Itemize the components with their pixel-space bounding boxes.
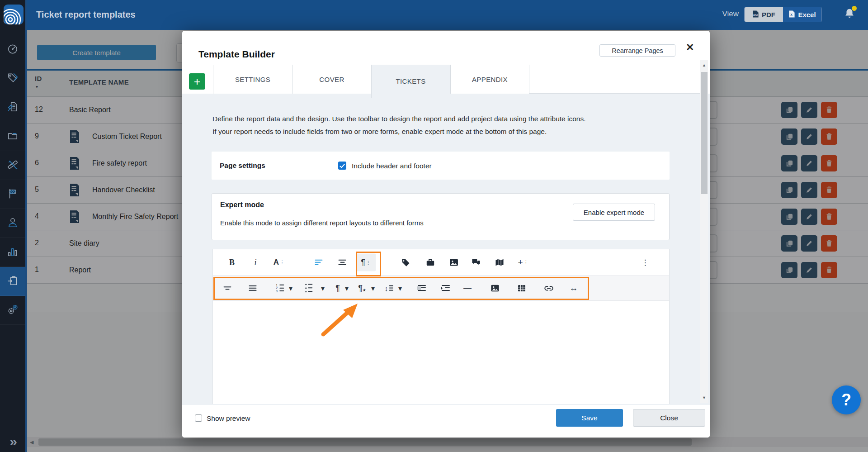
tag-attribute-button[interactable] [401,258,410,266]
close-icon[interactable]: ✕ [686,42,694,53]
sidebar-item-report-builder[interactable] [0,93,25,122]
sidebar-item-ticket-reports[interactable] [0,267,25,296]
document-hammer-icon [7,101,19,114]
ruler-pencil-icon [7,159,19,172]
bar-chart-icon [7,246,19,259]
show-preview-label: Show preview [207,414,250,423]
sidebar-item-users[interactable] [0,209,25,238]
view-excel-button[interactable]: x Excel [783,7,821,22]
page-title: Ticket report templates [36,10,136,20]
tab-appendix[interactable]: APPENDIX [450,65,529,94]
sidebar-item-settings[interactable] [0,296,25,325]
sidebar-item-measurements[interactable] [0,151,25,180]
indent-button[interactable] [442,285,450,291]
sidebar-item-dashboard[interactable] [0,35,25,64]
app-window: » Ticket report templates View PDF PDF x… [0,0,868,452]
svg-text:PDF: PDF [753,14,758,16]
more-options-button[interactable]: ⋮ [642,257,649,267]
close-button[interactable]: Close [633,409,705,427]
gauge-icon [7,43,19,57]
outdent-button[interactable] [418,285,426,291]
paragraph-more-button[interactable]: ¶⋮ [356,253,376,271]
horizontal-line-button[interactable]: — [463,283,472,293]
include-header-footer-label: Include header and footer [352,162,432,170]
modal-tab-bar: SETTINGS COVER TICKETS APPENDIX [213,65,700,94]
ordered-list-caret-icon[interactable]: ▾ [289,284,292,292]
svg-text:x: x [791,12,793,17]
include-header-footer-checkbox[interactable] [338,162,346,170]
view-pdf-button[interactable]: PDF PDF [745,7,783,22]
expert-mode-card: Expert mode Enable this mode to assign d… [212,193,670,240]
expert-mode-title: Expert mode [220,201,264,209]
page-settings-title: Page settings [220,162,265,170]
view-toggle-group: PDF PDF x Excel [744,7,822,22]
paragraph-format-caret-icon[interactable]: ▾ [345,284,349,292]
app-logo[interactable] [4,5,24,24]
tab-tickets[interactable]: TICKETS [371,65,450,98]
justify-button[interactable] [249,285,257,291]
tag-icon [7,72,19,86]
top-header-bar: Ticket report templates View PDF PDF x E… [27,0,868,30]
align-left-button[interactable] [315,259,323,265]
sidebar-item-locations[interactable] [0,180,25,209]
comment-attribute-button[interactable] [472,258,481,266]
full-width-button[interactable]: ↔ [570,283,578,293]
rich-text-editor: B i A⋮ ¶⋮ [212,249,670,404]
help-button[interactable]: ? [832,385,861,414]
insert-more-button[interactable]: +⋮ [518,257,528,267]
enable-expert-mode-button[interactable]: Enable expert mode [573,204,655,221]
notification-badge [852,6,857,11]
project-attribute-button[interactable] [426,258,435,266]
pdf-file-icon: PDF [752,10,759,19]
rearrange-pages-button[interactable]: Rearrange Pages [599,44,675,57]
modal-scrollbar-thumb[interactable] [701,72,708,194]
sidebar-item-tags[interactable] [0,64,25,93]
intro-text: Define the report data and the design. U… [212,113,586,138]
modal-body: Define the report data and the design. U… [182,94,710,405]
insert-table-button[interactable] [518,285,526,292]
sidebar-item-documents[interactable] [0,122,25,151]
intro-line-1: Define the report data and the design. U… [212,113,586,125]
map-attribute-button[interactable] [495,258,504,266]
page-settings-card: Page settings Include header and footer [212,152,670,180]
sidebar-item-statistics[interactable] [0,238,25,267]
image-attribute-button[interactable] [449,258,458,266]
expert-mode-description: Enable this mode to assign different rep… [220,219,424,227]
show-preview-checkbox[interactable] [195,414,202,422]
user-icon [7,217,19,230]
align-top-button[interactable] [224,286,231,290]
folder-icon [7,130,19,143]
tab-settings[interactable]: SETTINGS [213,65,292,94]
text-style-button[interactable]: A⋮ [274,258,284,267]
unordered-list-caret-icon[interactable]: ▾ [321,284,325,292]
ordered-list-button[interactable]: 123 [276,284,284,292]
line-height-caret-icon[interactable]: ▾ [398,284,402,292]
save-button[interactable]: Save [556,409,623,427]
excel-label: Excel [798,11,816,19]
align-center-button[interactable] [339,259,346,265]
view-label: View [722,10,739,19]
scroll-down-arrow-icon[interactable]: ▼ [700,395,708,400]
paragraph-format-button[interactable]: ¶ [335,283,340,293]
notifications-bell-icon[interactable] [844,8,855,21]
paragraph-style-caret-icon[interactable]: ▾ [371,284,375,292]
add-tab-button[interactable]: + [189,73,205,90]
tab-cover[interactable]: COVER [292,65,371,94]
bold-button[interactable]: B [229,257,235,267]
clipboard-export-icon [7,275,19,288]
insert-link-button[interactable] [544,284,554,292]
modal-scrollbar[interactable]: ▲ ▼ [700,60,708,403]
modal-title: Template Builder [198,49,275,60]
insert-image-button[interactable] [491,284,500,292]
sidebar-expand-button[interactable]: » [0,434,25,449]
paragraph-style-button[interactable]: ¶★ [358,283,366,293]
editor-content-area[interactable] [213,301,669,404]
italic-button[interactable]: i [254,257,256,267]
editor-toolbar-row-2: 123 ▾ ▾ ¶ ▾ ¶★ ▾ ↕ ▾ [213,276,669,301]
modal-footer: Show preview Save Close [182,405,710,438]
template-builder-modal: Template Builder Rearrange Pages ✕ + SET… [182,31,710,438]
unordered-list-button[interactable] [305,283,312,293]
scroll-up-arrow-icon[interactable]: ▲ [700,63,708,67]
line-height-button[interactable]: ↕ [385,284,393,292]
flag-icon [7,188,19,201]
